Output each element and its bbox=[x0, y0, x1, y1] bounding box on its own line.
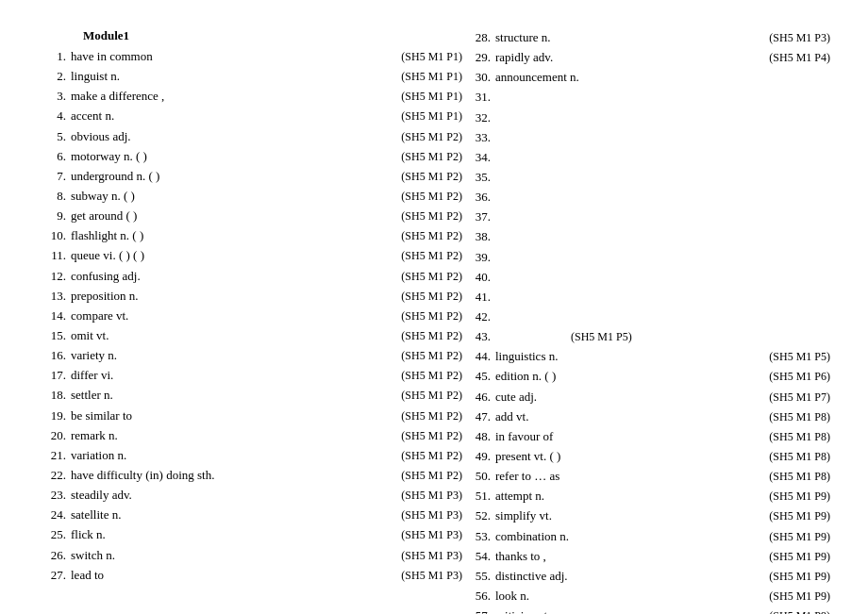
list-item: 5.obvious adj.(SH5 M1 P2) bbox=[38, 127, 462, 146]
item-text: settler n. bbox=[71, 386, 349, 405]
right-item-list: 28.structure n.(SH5 M1 P3)29.rapidly adv… bbox=[462, 28, 830, 614]
list-item: 6.motorway n. ( )(SH5 M1 P2) bbox=[38, 147, 462, 166]
item-ref: (SH5 M1 P4) bbox=[717, 49, 830, 67]
item-number: 17. bbox=[38, 366, 66, 385]
item-number: 41. bbox=[462, 288, 491, 307]
item-ref: (SH5 M1 P9) bbox=[717, 548, 830, 566]
list-item: 32. bbox=[462, 108, 830, 127]
item-ref: (SH5 M1 P2) bbox=[349, 347, 462, 365]
content-columns: Module1 1.have in common(SH5 M1 P1)2.lin… bbox=[38, 28, 830, 614]
item-number: 11. bbox=[38, 246, 66, 265]
item-number: 56. bbox=[462, 587, 491, 606]
list-item: 40. bbox=[462, 268, 830, 287]
list-item: 29.rapidly adv.(SH5 M1 P4) bbox=[462, 48, 830, 67]
item-number: 48. bbox=[462, 427, 491, 446]
item-number: 24. bbox=[38, 506, 66, 524]
item-number: 19. bbox=[38, 407, 66, 425]
item-ref: (SH5 M1 P2) bbox=[349, 227, 462, 245]
item-number: 27. bbox=[38, 566, 66, 585]
list-item: 25.flick n.(SH5 M1 P3) bbox=[38, 525, 462, 544]
item-number: 51. bbox=[462, 487, 491, 506]
item-number: 35. bbox=[462, 168, 491, 187]
list-item: 39. bbox=[462, 248, 830, 267]
item-ref: (SH5 M1 P2) bbox=[349, 447, 462, 465]
item-text: queue vi. ( ) ( ) bbox=[71, 246, 349, 265]
list-item: 38. bbox=[462, 227, 830, 246]
list-item: 55.distinctive adj.(SH5 M1 P9) bbox=[462, 567, 830, 586]
item-number: 29. bbox=[462, 48, 491, 67]
list-item: 2.linguist n.(SH5 M1 P1) bbox=[38, 67, 462, 86]
list-item: 31. bbox=[462, 88, 830, 107]
item-number: 10. bbox=[38, 226, 66, 245]
item-number: 42. bbox=[462, 307, 491, 326]
item-ref: (SH5 M1 P2) bbox=[349, 207, 462, 225]
item-number: 1. bbox=[38, 47, 66, 66]
item-number: 18. bbox=[38, 386, 66, 405]
item-number: 43. bbox=[462, 327, 491, 346]
list-item: 44.linguistics n.(SH5 M1 P5) bbox=[462, 347, 830, 366]
item-ref: (SH5 M1 P9) bbox=[717, 568, 830, 586]
item-number: 33. bbox=[462, 128, 491, 147]
item-ref: (SH5 M1 P8) bbox=[717, 468, 830, 486]
list-item: 11.queue vi. ( ) ( )(SH5 M1 P2) bbox=[38, 246, 462, 265]
item-text: differ vi. bbox=[71, 366, 349, 385]
left-column: Module1 1.have in common(SH5 M1 P1)2.lin… bbox=[38, 28, 462, 614]
list-item: 16.variety n.(SH5 M1 P2) bbox=[38, 346, 462, 365]
item-text: motorway n. ( ) bbox=[71, 147, 349, 166]
item-text: preposition n. bbox=[71, 287, 349, 306]
item-text: variation n. bbox=[71, 446, 349, 465]
item-number: 32. bbox=[462, 108, 491, 127]
list-item: 41. bbox=[462, 288, 830, 307]
item-text: structure n. bbox=[495, 28, 717, 47]
item-number: 37. bbox=[462, 207, 491, 226]
list-item: 20.remark n.(SH5 M1 P2) bbox=[38, 426, 462, 445]
list-item: 13.preposition n.(SH5 M1 P2) bbox=[38, 287, 462, 306]
item-text: flick n. bbox=[71, 525, 349, 544]
list-item: 51.attempt n.(SH5 M1 P9) bbox=[462, 487, 830, 506]
item-text: present vt. ( ) bbox=[495, 447, 717, 466]
item-text: simplify vt. bbox=[495, 506, 717, 525]
item-ref: (SH5 M1 P3) bbox=[717, 29, 830, 47]
item-ref: (SH5 M1 P3) bbox=[349, 567, 462, 585]
list-item: 48.in favour of(SH5 M1 P8) bbox=[462, 427, 830, 446]
item-number: 45. bbox=[462, 367, 491, 386]
item-number: 3. bbox=[38, 87, 66, 106]
item-number: 20. bbox=[38, 426, 66, 445]
item-ref: (SH5 M1 P1) bbox=[349, 48, 462, 66]
list-item: 35. bbox=[462, 168, 830, 187]
item-number: 16. bbox=[38, 346, 66, 365]
item-ref: (SH5 M1 P8) bbox=[717, 428, 830, 446]
item-text: rapidly adv. bbox=[495, 48, 717, 67]
list-item: 46.cute adj.(SH5 M1 P7) bbox=[462, 388, 830, 407]
item-number: 52. bbox=[462, 506, 491, 525]
item-number: 8. bbox=[38, 187, 66, 206]
list-item: 24.satellite n.(SH5 M1 P3) bbox=[38, 506, 462, 524]
item-ref: (SH5 M1 P5) bbox=[717, 348, 830, 366]
item-text: variety n. bbox=[71, 346, 349, 365]
list-item: 30.announcement n. bbox=[462, 68, 830, 87]
item-ref: (SH5 M1 P2) bbox=[349, 288, 462, 306]
item-ref: (SH5 M1 P9) bbox=[717, 607, 830, 614]
list-item: 27.lead to(SH5 M1 P3) bbox=[38, 566, 462, 585]
item-number: 2. bbox=[38, 67, 66, 86]
item-number: 28. bbox=[462, 28, 491, 47]
list-item: 54.thanks to ,(SH5 M1 P9) bbox=[462, 547, 830, 566]
list-item: 33. bbox=[462, 128, 830, 147]
item-ref: (SH5 M1 P7) bbox=[717, 389, 830, 407]
item-ref: (SH5 M1 P9) bbox=[717, 507, 830, 525]
list-item: 14.compare vt.(SH5 M1 P2) bbox=[38, 307, 462, 325]
item-text: look n. bbox=[495, 587, 717, 606]
item-number: 23. bbox=[38, 486, 66, 505]
list-item: 1.have in common(SH5 M1 P1) bbox=[38, 47, 462, 66]
list-item: 53.combination n.(SH5 M1 P9) bbox=[462, 527, 830, 546]
item-text: linguist n. bbox=[71, 67, 349, 86]
item-text: in favour of bbox=[495, 427, 717, 446]
item-ref: (SH5 M1 P2) bbox=[349, 168, 462, 186]
left-item-list: 1.have in common(SH5 M1 P1)2.linguist n.… bbox=[38, 47, 462, 585]
item-text: obvious adj. bbox=[71, 127, 349, 146]
item-ref: (SH5 M1 P2) bbox=[349, 268, 462, 286]
item-ref: (SH5 M1 P2) bbox=[349, 367, 462, 385]
item-ref: (SH5 M1 P9) bbox=[717, 528, 830, 546]
item-ref: (SH5 M1 P2) bbox=[349, 128, 462, 146]
item-ref: (SH5 M1 P2) bbox=[349, 148, 462, 166]
